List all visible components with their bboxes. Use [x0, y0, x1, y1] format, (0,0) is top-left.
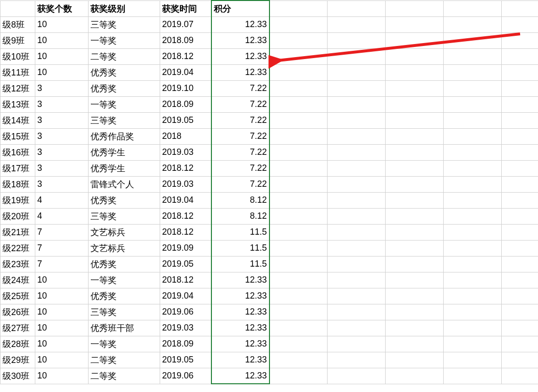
- spreadsheet-grid[interactable]: 获奖个数 获奖级别 获奖时间 积分 级8班10三等奖2019.0712.33级9…: [0, 0, 538, 384]
- cell-time[interactable]: 2019.04: [160, 64, 211, 80]
- blank-cell[interactable]: [328, 160, 386, 176]
- blank-cell[interactable]: [502, 32, 538, 48]
- cell-count[interactable]: 10: [35, 288, 89, 304]
- cell-time[interactable]: 2018.12: [160, 48, 211, 64]
- blank-cell[interactable]: [269, 256, 328, 272]
- blank-cell[interactable]: [386, 352, 444, 368]
- blank-cell[interactable]: [444, 48, 502, 64]
- blank-cell[interactable]: [502, 256, 538, 272]
- blank-cell[interactable]: [328, 96, 386, 112]
- cell-count[interactable]: 10: [35, 272, 89, 288]
- blank-cell[interactable]: [269, 272, 328, 288]
- blank-cell[interactable]: [444, 96, 502, 112]
- cell-count[interactable]: 7: [35, 240, 89, 256]
- cell-class[interactable]: 级18班: [0, 176, 35, 192]
- blank-cell[interactable]: [328, 144, 386, 160]
- blank-cell[interactable]: [386, 304, 444, 320]
- blank-cell[interactable]: [444, 208, 502, 224]
- cell-time[interactable]: 2019.05: [160, 256, 211, 272]
- blank-cell[interactable]: [386, 96, 444, 112]
- blank-cell[interactable]: [444, 272, 502, 288]
- blank-cell[interactable]: [444, 160, 502, 176]
- cell-class[interactable]: 级24班: [0, 272, 35, 288]
- blank-cell[interactable]: [386, 112, 444, 128]
- cell-score[interactable]: 12.33: [211, 288, 269, 304]
- cell-class[interactable]: 级14班: [0, 112, 35, 128]
- cell-class[interactable]: 级21班: [0, 224, 35, 240]
- cell-count[interactable]: 7: [35, 224, 89, 240]
- blank-cell[interactable]: [386, 80, 444, 96]
- blank-cell[interactable]: [328, 288, 386, 304]
- cell-time[interactable]: 2018.12: [160, 160, 211, 176]
- cell-time[interactable]: 2019.07: [160, 16, 211, 32]
- blank-cell[interactable]: [328, 240, 386, 256]
- blank-header[interactable]: [386, 0, 444, 16]
- blank-cell[interactable]: [328, 256, 386, 272]
- blank-cell[interactable]: [269, 80, 328, 96]
- blank-cell[interactable]: [502, 48, 538, 64]
- blank-header[interactable]: [444, 0, 502, 16]
- cell-level[interactable]: 一等奖: [89, 336, 160, 352]
- blank-cell[interactable]: [269, 128, 328, 144]
- blank-cell[interactable]: [502, 368, 538, 384]
- cell-class[interactable]: 级29班: [0, 352, 35, 368]
- cell-class[interactable]: 级28班: [0, 336, 35, 352]
- cell-score[interactable]: 12.33: [211, 48, 269, 64]
- blank-cell[interactable]: [269, 288, 328, 304]
- blank-cell[interactable]: [269, 304, 328, 320]
- blank-cell[interactable]: [444, 368, 502, 384]
- cell-count[interactable]: 4: [35, 192, 89, 208]
- blank-cell[interactable]: [502, 192, 538, 208]
- cell-level[interactable]: 优秀奖: [89, 64, 160, 80]
- blank-cell[interactable]: [269, 192, 328, 208]
- cell-count[interactable]: 10: [35, 320, 89, 336]
- blank-cell[interactable]: [386, 128, 444, 144]
- cell-class[interactable]: 级23班: [0, 256, 35, 272]
- blank-cell[interactable]: [328, 48, 386, 64]
- blank-cell[interactable]: [269, 224, 328, 240]
- blank-cell[interactable]: [328, 176, 386, 192]
- cell-class[interactable]: 级11班: [0, 64, 35, 80]
- blank-cell[interactable]: [386, 224, 444, 240]
- blank-cell[interactable]: [444, 64, 502, 80]
- blank-cell[interactable]: [269, 176, 328, 192]
- blank-cell[interactable]: [502, 80, 538, 96]
- blank-cell[interactable]: [502, 112, 538, 128]
- blank-cell[interactable]: [444, 304, 502, 320]
- cell-score[interactable]: 7.22: [211, 112, 269, 128]
- header-col0[interactable]: [0, 0, 35, 16]
- blank-cell[interactable]: [386, 272, 444, 288]
- cell-count[interactable]: 10: [35, 352, 89, 368]
- blank-cell[interactable]: [269, 64, 328, 80]
- blank-cell[interactable]: [502, 272, 538, 288]
- cell-count[interactable]: 10: [35, 64, 89, 80]
- cell-level[interactable]: 文艺标兵: [89, 240, 160, 256]
- cell-score[interactable]: 12.33: [211, 320, 269, 336]
- blank-cell[interactable]: [328, 352, 386, 368]
- cell-time[interactable]: 2018.12: [160, 272, 211, 288]
- header-score[interactable]: 积分: [211, 0, 269, 16]
- cell-time[interactable]: 2019.04: [160, 192, 211, 208]
- cell-time[interactable]: 2018.12: [160, 224, 211, 240]
- cell-score[interactable]: 12.33: [211, 272, 269, 288]
- cell-level[interactable]: 三等奖: [89, 16, 160, 32]
- cell-count[interactable]: 7: [35, 256, 89, 272]
- blank-cell[interactable]: [328, 208, 386, 224]
- blank-cell[interactable]: [386, 288, 444, 304]
- blank-header[interactable]: [328, 0, 386, 16]
- cell-count[interactable]: 10: [35, 32, 89, 48]
- blank-cell[interactable]: [502, 176, 538, 192]
- cell-time[interactable]: 2019.10: [160, 80, 211, 96]
- blank-cell[interactable]: [386, 256, 444, 272]
- cell-level[interactable]: 三等奖: [89, 304, 160, 320]
- cell-score[interactable]: 12.33: [211, 368, 269, 384]
- cell-class[interactable]: 级10班: [0, 48, 35, 64]
- cell-count[interactable]: 10: [35, 368, 89, 384]
- blank-cell[interactable]: [444, 16, 502, 32]
- blank-cell[interactable]: [502, 16, 538, 32]
- blank-cell[interactable]: [444, 240, 502, 256]
- cell-time[interactable]: 2019.09: [160, 240, 211, 256]
- blank-cell[interactable]: [444, 192, 502, 208]
- cell-count[interactable]: 3: [35, 112, 89, 128]
- cell-class[interactable]: 级20班: [0, 208, 35, 224]
